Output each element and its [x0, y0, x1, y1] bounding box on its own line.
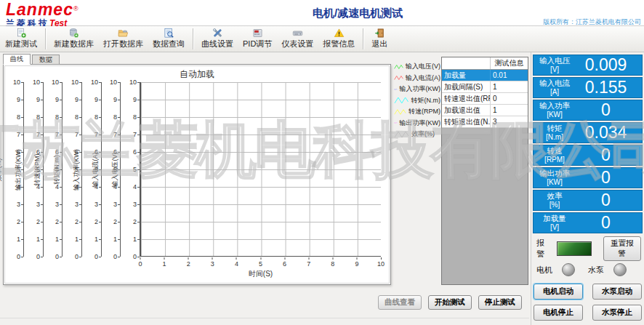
- toolbar-label: 曲线设置: [201, 39, 233, 49]
- toolbar-label: 仪表设置: [281, 39, 313, 49]
- measurement-value: 0.155: [576, 78, 642, 97]
- toolbar-label: 退出: [371, 39, 387, 49]
- y-axis-label-wrap: 输入功率(KW): [73, 82, 80, 257]
- measurement-value: 0: [576, 168, 642, 188]
- measurement-label: 输入功率[KW]: [534, 102, 576, 119]
- measurement-label: 输入电流[A]: [534, 79, 576, 96]
- test-info-name: 转矩退出值(N.m): [442, 116, 491, 127]
- y-axis-line: [62, 82, 63, 257]
- pump-start-button[interactable]: 水泵启动: [592, 284, 642, 300]
- exit-icon: [372, 28, 387, 39]
- pump-indicator-label: 水泵: [588, 265, 604, 276]
- motor-indicator-label: 电机: [536, 265, 552, 276]
- x-tick: 10: [377, 257, 385, 268]
- alarm-label: 报警: [536, 238, 551, 260]
- y-tick: 4: [133, 183, 140, 190]
- page-title: 电机/减速电机测试: [313, 7, 403, 20]
- y-axis-label-wrap: 输入电压(V): [111, 82, 118, 257]
- chart-legend: 输入电压(V)输入电流(A)输入功率(KW)转矩(N.m)转速(RPM)输出功率…: [394, 61, 440, 140]
- alarm-info-icon: [331, 28, 347, 39]
- motor-start-button[interactable]: 电机启动: [534, 284, 583, 300]
- logo-brand: Lanmec: [6, 0, 73, 19]
- measurement-block: 输入功率[KW]0: [533, 100, 643, 121]
- y-tick: 9: [133, 96, 140, 103]
- legend-line-icon: [394, 63, 403, 71]
- y-axis-line: [120, 82, 121, 257]
- start-test-button[interactable]: 开始测试: [428, 295, 472, 310]
- legend-item: 输出功率(KW): [394, 118, 440, 129]
- x-tick: 6: [283, 257, 286, 268]
- curve-view-button[interactable]: 曲线查看: [378, 295, 422, 310]
- pump-stop-button[interactable]: 水泵停止: [592, 305, 642, 321]
- data-query-icon: [161, 28, 177, 39]
- data-query-button[interactable]: 数据查询: [150, 27, 187, 51]
- test-info-value: 1: [491, 105, 528, 116]
- alarm-row: 报警 重置报警: [536, 240, 641, 257]
- y-axis-label-wrap: 输入电流(A): [92, 82, 99, 257]
- test-info-row[interactable]: 加载间隔(S)1: [442, 81, 528, 93]
- motor-status-led: [562, 263, 575, 276]
- test-info-name: 加载间隔(S): [442, 81, 491, 92]
- test-info-row[interactable]: 加载退出值1: [442, 105, 528, 116]
- tab-curve[interactable]: 曲线: [3, 54, 31, 65]
- open-database-button[interactable]: 打开数据库: [101, 27, 145, 51]
- y-axis-label-wrap: 转速(RPM): [33, 82, 41, 257]
- stop-test-button[interactable]: 停止测试: [478, 295, 522, 310]
- y-tick: 2: [133, 218, 140, 225]
- x-axis-ticks: 012345678910: [140, 257, 381, 268]
- toolbar-separator: [193, 28, 193, 49]
- reset-alarm-button[interactable]: 重置报警: [603, 236, 641, 261]
- toolbar-label: 打开数据库: [103, 39, 143, 49]
- y-axis-line: [23, 82, 24, 257]
- y-axis-label: 输出功率(KW): [14, 149, 23, 190]
- test-info-header-row: 测试信息: [442, 57, 528, 70]
- y-tick: 5: [133, 166, 140, 173]
- indicator-row: 电机 水泵: [536, 262, 640, 278]
- measurement-block: 加载量[V]0: [533, 212, 643, 233]
- test-info-row[interactable]: 加载量0.01: [442, 70, 528, 81]
- test-info-row[interactable]: 转矩退出值(N.m)3: [442, 116, 528, 128]
- measurement-label: 转速[RPM]: [534, 147, 576, 164]
- app-window: Lanmec® 兰菱科技Test 电机/减速电机测试 版权所有：江苏兰菱机电有限…: [0, 0, 644, 325]
- legend-label: 输入电压(V): [406, 62, 440, 71]
- curve-settings-icon: [210, 28, 225, 39]
- pid-tuning-button[interactable]: PID调节: [241, 27, 274, 51]
- exit-button[interactable]: 退出: [369, 27, 390, 51]
- legend-line-icon: [394, 119, 398, 127]
- legend-item: 输入电流(A): [394, 73, 440, 84]
- bottom-divider: [0, 318, 529, 318]
- tab-data[interactable]: 数据: [32, 55, 60, 65]
- x-tick: 8: [331, 257, 334, 268]
- new-test-icon: [14, 28, 29, 39]
- legend-item: 输入电压(V): [394, 61, 440, 73]
- test-info-name: 转速退出值(RPM): [442, 93, 491, 104]
- legend-line-icon: [394, 73, 403, 82]
- measurement-value: 0.009: [576, 55, 642, 75]
- main-area: 曲线 数据 自动加载 效率(%)109876543210输出功率(KW)1098…: [0, 52, 644, 325]
- y-axis-label: 转速(RPM): [33, 153, 42, 185]
- motor-stop-button[interactable]: 电机停止: [534, 305, 583, 321]
- new-database-icon: [66, 28, 81, 39]
- test-info-value: 1: [491, 81, 528, 92]
- measurement-block: 输入电流[A]0.155: [533, 77, 643, 98]
- test-info-name: 加载量: [442, 70, 491, 81]
- control-buttons: 电机启动 水泵启动 电机停止 水泵停止: [534, 284, 642, 321]
- curve-settings-button[interactable]: 曲线设置: [199, 27, 236, 51]
- x-tick: 3: [211, 257, 214, 268]
- new-test-button[interactable]: 新建测试: [3, 27, 39, 51]
- new-database-button[interactable]: 新建数据库: [52, 27, 96, 51]
- meter-settings-button[interactable]: 仪表设置: [279, 27, 315, 51]
- toolbar-label: PID调节: [243, 39, 272, 49]
- toolbar-label: 新建测试: [5, 39, 37, 49]
- y-tick: 10: [129, 79, 140, 86]
- measurement-label: 加载量[V]: [534, 214, 576, 231]
- pid-tuning-icon: [250, 28, 265, 39]
- legend-item: 转速(RPM): [394, 106, 440, 118]
- y-tick: 7: [133, 131, 140, 138]
- y-axis-line: [81, 82, 82, 257]
- toolbar: 新建测试 新建数据库 打开数据库: [0, 26, 644, 52]
- test-info-row[interactable]: 转速退出值(RPM)0: [442, 93, 528, 105]
- x-tick: 0: [138, 257, 142, 268]
- x-tick: 5: [259, 257, 262, 268]
- alarm-info-button[interactable]: 报警信息: [321, 27, 357, 51]
